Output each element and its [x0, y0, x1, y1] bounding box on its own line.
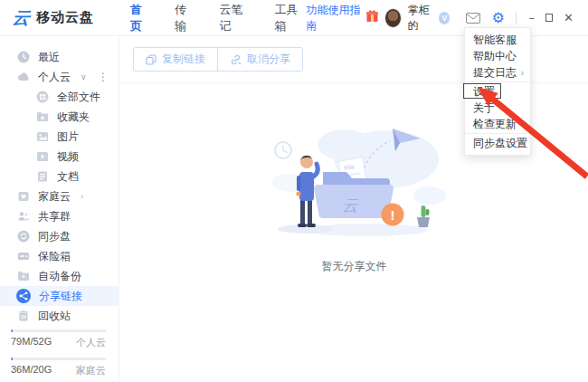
copy-icon — [146, 54, 156, 65]
storage-bar — [11, 329, 106, 332]
menu-item-check-updates[interactable]: 检查更新 — [465, 116, 530, 132]
feature-guide-link[interactable]: 功能使用指南 — [306, 3, 362, 33]
cancel-share-label: 取消分享 — [247, 52, 290, 67]
document-icon — [36, 170, 49, 183]
storage-section: 79M/52G 个人云 36M/20G 家庭云 — [11, 321, 106, 377]
unlink-icon — [230, 54, 242, 65]
sidebar-item-label: 保险箱 — [38, 249, 71, 264]
gift-icon — [365, 9, 379, 26]
cancel-share-button[interactable]: 取消分享 — [217, 47, 303, 72]
vip-badge: V — [439, 12, 450, 24]
sidebar-item-label: 家庭云 — [38, 189, 71, 205]
sidebar-item-auto-backup[interactable]: 自动备份 — [0, 266, 119, 286]
storage-meter-personal: 79M/52G 个人云 — [11, 329, 106, 349]
sidebar-item-favorites[interactable]: 收藏夹 — [0, 107, 119, 127]
grid-icon — [36, 91, 49, 103]
svg-text:!: ! — [390, 207, 394, 223]
backup-folder-icon — [17, 270, 30, 282]
video-icon — [36, 150, 49, 163]
menu-item-label: 提交日志 — [473, 65, 517, 81]
sidebar-item-all-files[interactable]: 全部文件 — [0, 87, 119, 107]
menu-divider — [465, 133, 530, 134]
sidebar-item-shared-group[interactable]: 共享群 — [0, 206, 119, 226]
sidebar-item-pictures[interactable]: 图片 — [0, 127, 119, 147]
sidebar-item-label: 分享链接 — [39, 289, 82, 304]
image-icon — [36, 130, 49, 143]
cloud-logo-icon: 云 — [12, 6, 32, 30]
menu-item-submit-logs[interactable]: 提交日志 › — [465, 64, 530, 81]
storage-usage: 79M/52G — [11, 336, 52, 349]
sidebar-item-recent[interactable]: 最近 — [0, 47, 119, 67]
menu-item-settings[interactable]: 设置 — [465, 83, 530, 100]
nav-tab-home[interactable]: 首页 — [130, 2, 151, 34]
app-logo: 云 移动云盘 — [0, 6, 118, 30]
sidebar-item-label: 全部文件 — [57, 90, 100, 105]
sidebar-item-sync-disk[interactable]: 同步盘 — [0, 226, 119, 246]
home-heart-icon — [17, 190, 30, 203]
sidebar-list: 最近 个人云 ∨ ⋮ 全部文件 收藏夹 — [0, 37, 119, 326]
more-options-icon[interactable]: ⋮ — [98, 71, 109, 83]
menu-item-help-center[interactable]: 帮助中心 — [465, 48, 530, 64]
storage-meter-family: 36M/20G 家庭云 — [11, 358, 106, 377]
user-avatar[interactable] — [384, 8, 402, 28]
empty-state-message: 暂无分享文件 — [322, 259, 387, 274]
sidebar-item-label: 最近 — [38, 50, 60, 65]
nav-tab-notes[interactable]: 云笔记 — [220, 2, 251, 34]
maximize-button[interactable] — [545, 14, 553, 22]
copy-link-button[interactable]: 复制链接 — [133, 47, 218, 72]
storage-usage: 36M/20G — [11, 364, 52, 377]
storage-bar — [11, 358, 106, 360]
menu-item-smart-support[interactable]: 智能客服 — [465, 32, 530, 48]
nav-tab-toolbox[interactable]: 工具箱 — [274, 2, 306, 34]
sidebar-item-label: 收藏夹 — [57, 110, 90, 125]
sidebar-item-label: 视频 — [57, 149, 79, 165]
group-icon — [17, 210, 30, 223]
chevron-right-icon[interactable]: › — [81, 192, 83, 201]
sidebar: 最近 个人云 ∨ ⋮ 全部文件 收藏夹 — [0, 37, 119, 382]
menu-item-about[interactable]: 关于 — [465, 100, 530, 116]
minimize-button[interactable]: – — [529, 12, 536, 24]
mail-icon[interactable] — [466, 13, 480, 24]
sidebar-item-label: 文档 — [57, 169, 79, 185]
cloud-icon — [17, 71, 30, 83]
sidebar-item-documents[interactable]: 文档 — [0, 167, 119, 186]
submenu-arrow-icon: › — [521, 68, 524, 78]
settings-gear-icon[interactable]: ⚙ — [491, 11, 504, 25]
window-controls-separator — [516, 12, 517, 24]
sidebar-item-safe-box[interactable]: 保险箱 — [0, 246, 119, 266]
close-button[interactable]: ✕ — [564, 12, 574, 24]
sidebar-item-label: 个人云 — [38, 70, 71, 85]
sync-icon — [17, 230, 30, 243]
header-right: 功能使用指南 掌柜的 V ⚙ – ✕ — [306, 3, 588, 33]
main-nav: 首页 传输 云笔记 工具箱 — [130, 2, 306, 34]
sidebar-item-label: 共享群 — [38, 209, 71, 224]
sidebar-item-label: 同步盘 — [38, 229, 71, 244]
username[interactable]: 掌柜的 — [407, 3, 435, 33]
menu-item-sync-disk-settings[interactable]: 同步盘设置 — [465, 135, 530, 151]
sidebar-item-label: 图片 — [57, 129, 79, 145]
trash-icon — [17, 310, 30, 322]
share-icon — [16, 289, 31, 303]
empty-illustration: File 云 ! — [258, 112, 451, 250]
copy-link-label: 复制链接 — [162, 52, 205, 67]
chevron-down-icon[interactable]: ∨ — [81, 72, 87, 81]
menu-divider — [465, 81, 530, 82]
clock-icon — [17, 51, 30, 63]
storage-name: 家庭云 — [76, 364, 106, 377]
sidebar-item-label: 自动备份 — [38, 269, 81, 284]
svg-text:云: 云 — [342, 196, 359, 215]
app-window: 云 移动云盘 首页 传输 云笔记 工具箱 功能使用指南 掌柜的 V ⚙ – — [0, 0, 588, 382]
storage-name: 个人云 — [76, 336, 106, 349]
sidebar-item-share-links[interactable]: 分享链接 — [0, 286, 119, 306]
settings-dropdown-menu: 智能客服 帮助中心 提交日志 › 设置 关于 检查更新 同步盘设置 — [464, 27, 531, 156]
app-title: 移动云盘 — [36, 9, 94, 26]
safe-icon — [17, 250, 30, 263]
folder-star-icon — [36, 110, 49, 123]
sidebar-item-personal-cloud[interactable]: 个人云 ∨ ⋮ — [0, 67, 119, 87]
sidebar-item-videos[interactable]: 视频 — [0, 147, 119, 167]
nav-tab-transfer[interactable]: 传输 — [175, 2, 195, 34]
sidebar-item-family-cloud[interactable]: 家庭云 › — [0, 186, 119, 206]
